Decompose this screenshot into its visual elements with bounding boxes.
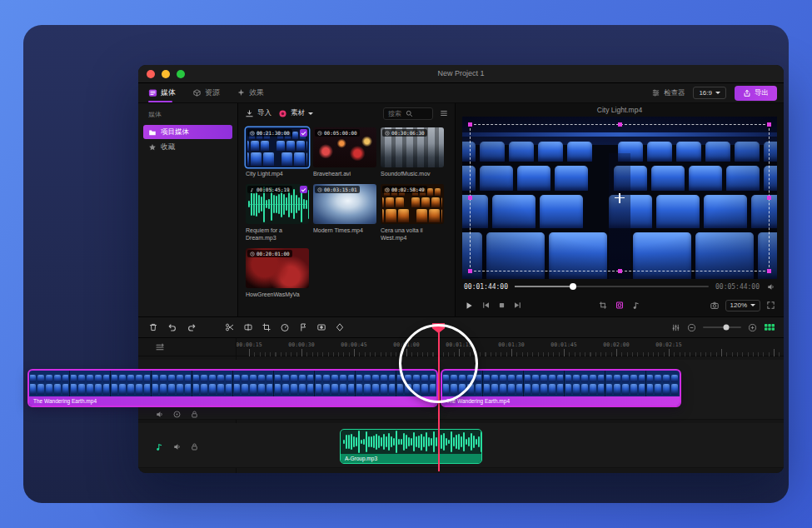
transform-handle[interactable] [618, 122, 622, 127]
media-item[interactable]: 00:20:01:00 HowGreenWasMyVa [246, 248, 309, 298]
tab-media[interactable]: 媒体 [148, 83, 176, 102]
fullscreen-icon[interactable] [766, 301, 775, 310]
marker-icon[interactable] [298, 322, 308, 332]
top-tab-bar: 媒体 资源 效果 检查器 16:9 导出 [138, 83, 784, 103]
media-item[interactable]: 00:30:06:30 SoundofMusic.mov [381, 127, 444, 177]
chevron-down-icon [308, 112, 313, 115]
media-item-name: Modern Times.mp4 [313, 227, 376, 234]
search-placeholder: 搜索 [388, 109, 401, 118]
transform-handle[interactable] [767, 269, 771, 273]
duration-badge: 00:30:06:30 [382, 129, 427, 137]
media-tab-icon [148, 88, 157, 97]
aspect-ratio-dropdown[interactable]: 16:9 [693, 87, 726, 99]
preview-viewport[interactable] [462, 117, 777, 279]
center-crosshair-icon[interactable] [615, 193, 625, 203]
speed-icon[interactable] [280, 322, 290, 332]
sidebar-item-favorites[interactable]: 收藏 [143, 140, 232, 154]
selected-checkbox[interactable] [300, 186, 307, 193]
lock-track-icon[interactable] [190, 410, 199, 419]
duration-badge: 00:05:45:19 [247, 186, 292, 193]
list-view-icon[interactable] [440, 109, 448, 117]
redo-icon[interactable] [187, 322, 197, 332]
mute-track-icon[interactable] [172, 442, 182, 451]
media-item[interactable]: 00:05:45:19 Requiem for a Dream.mp3 [246, 184, 309, 242]
transform-handle[interactable] [767, 122, 771, 127]
video-clip-label: The Wandering Earth.mp4 [29, 396, 436, 406]
source-dot-icon [278, 109, 287, 118]
import-button[interactable]: 导入 [245, 108, 271, 118]
ruler-label: 00:00:15 [236, 341, 262, 348]
audio-track-icon[interactable] [155, 442, 164, 451]
search-input[interactable]: 搜索 [383, 107, 433, 120]
app-window: New Project 1 媒体 资源 效果 检查器 16:9 [138, 65, 784, 473]
inspector-button[interactable]: 检查器 [651, 88, 685, 98]
next-frame-button[interactable] [513, 301, 522, 310]
media-item-name: Requiem for a Dream.mp3 [246, 227, 309, 242]
clock-icon [385, 131, 390, 136]
media-item[interactable]: 00:21:30:00 City Light.mp4 [246, 127, 309, 177]
snapshot-camera-icon[interactable] [710, 301, 720, 311]
keyframe-icon[interactable] [335, 322, 345, 332]
split-scissors-icon[interactable] [225, 322, 235, 332]
music-note-icon [250, 187, 255, 192]
audio-tool-button[interactable] [632, 301, 641, 310]
stop-button[interactable] [498, 301, 506, 309]
clock-icon [385, 187, 390, 192]
tab-resources[interactable]: 资源 [192, 83, 220, 102]
mute-track-icon[interactable] [155, 410, 164, 419]
delete-icon[interactable] [148, 322, 158, 332]
preview-zoom-dropdown[interactable]: 120% [725, 300, 760, 311]
window-title: New Project 1 [138, 69, 784, 77]
transform-handle[interactable] [468, 269, 472, 273]
chevron-down-icon [750, 304, 755, 306]
transform-handle[interactable] [618, 269, 622, 273]
spotlight-circle-annotation [399, 324, 478, 403]
timeline-view-button[interactable] [764, 322, 775, 332]
timeline-zoom-slider[interactable] [703, 326, 741, 328]
export-button[interactable]: 导出 [735, 86, 777, 101]
selected-checkbox[interactable] [300, 129, 307, 137]
crop-icon[interactable] [262, 322, 271, 332]
zoom-slider-knob[interactable] [723, 325, 729, 331]
seek-knob[interactable] [570, 283, 576, 290]
sidebar-item-project-media[interactable]: 项目媒体 [143, 125, 232, 139]
seek-slider[interactable] [515, 286, 709, 287]
chevron-down-icon [715, 92, 720, 94]
zoom-in-icon[interactable] [748, 323, 757, 332]
transform-handle[interactable] [767, 196, 771, 200]
track-manager-icon[interactable] [155, 342, 165, 352]
transform-handle[interactable] [468, 196, 472, 200]
mixer-icon[interactable] [671, 323, 680, 332]
media-item[interactable]: 00:03:15:01 Modern Times.mp4 [313, 184, 376, 242]
video-clip-left[interactable]: The Wandering Earth.mp4 [27, 369, 438, 407]
video-clip-right[interactable]: The Wandering Earth.mp4 [441, 369, 681, 407]
media-item-name: Braveheart.avi [313, 170, 376, 177]
tab-effects[interactable]: 效果 [237, 83, 264, 102]
solo-track-icon[interactable] [172, 410, 182, 419]
transform-tool-button[interactable] [615, 301, 625, 310]
ruler-label: 00:00:30 [288, 341, 314, 348]
media-item[interactable]: 00:05:00:00 Braveheart.avi [313, 127, 376, 177]
crop-tool-button[interactable] [599, 301, 608, 310]
play-button[interactable] [464, 301, 474, 311]
audio-waveform [341, 430, 481, 454]
record-icon[interactable] [316, 322, 326, 332]
clock-icon [250, 252, 255, 257]
undo-icon[interactable] [167, 322, 177, 332]
lock-track-icon[interactable] [190, 442, 199, 451]
search-icon [406, 110, 413, 117]
audio-clip-label: A-Group.mp3 [341, 454, 481, 463]
media-item-name: HowGreenWasMyVa [246, 291, 309, 298]
audio-clip[interactable]: A-Group.mp3 [340, 429, 482, 464]
volume-icon[interactable] [766, 282, 775, 291]
export-icon [743, 89, 751, 97]
zoom-out-icon[interactable] [687, 323, 696, 332]
transform-selection-box[interactable] [470, 124, 770, 271]
prev-frame-button[interactable] [481, 301, 491, 310]
source-dropdown[interactable]: 素材 [278, 108, 313, 118]
transform-handle[interactable] [468, 122, 472, 127]
duration-badge: 00:20:01:00 [247, 250, 292, 257]
tab-label: 资源 [205, 87, 220, 98]
trim-icon[interactable] [243, 322, 253, 332]
media-item[interactable]: 00:02:58:49 Cera una volta il West.mp4 [381, 184, 444, 242]
